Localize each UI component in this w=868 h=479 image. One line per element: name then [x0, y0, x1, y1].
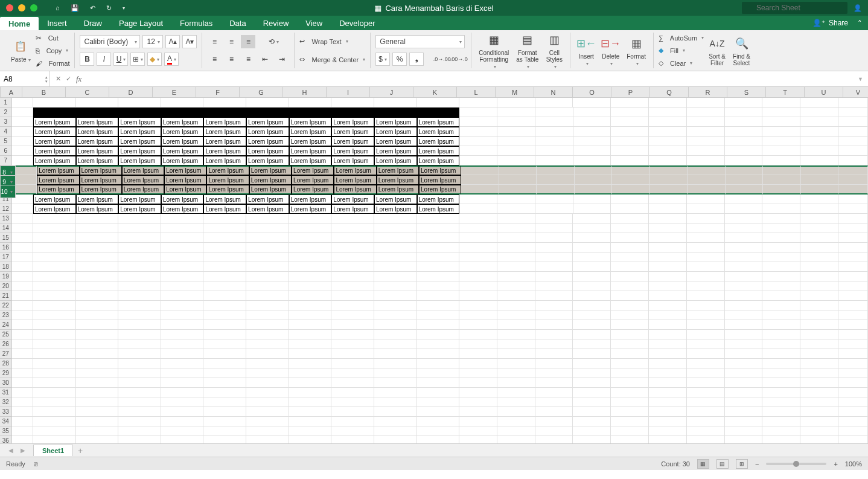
cell[interactable]: Lorem Ipsum	[289, 156, 332, 166]
cell[interactable]	[838, 233, 868, 243]
cell[interactable]: Lorem Ipsum	[292, 166, 334, 175]
cell[interactable]: Lorem Ipsum	[331, 127, 374, 137]
cell[interactable]	[161, 262, 204, 272]
cell[interactable]: Lorem Ipsum	[334, 166, 376, 175]
cell[interactable]: Lorem Ipsum	[164, 175, 206, 185]
cell[interactable]	[725, 349, 763, 359]
cell[interactable]	[762, 233, 800, 243]
cell[interactable]	[118, 339, 161, 349]
cell[interactable]: Lorem Ipsum	[33, 137, 76, 146]
cell[interactable]	[416, 252, 459, 262]
cell[interactable]	[573, 252, 611, 262]
cell[interactable]	[573, 262, 611, 272]
cell[interactable]: Lorem Ipsum	[289, 127, 332, 137]
cell[interactable]	[838, 262, 868, 272]
cell[interactable]	[76, 252, 119, 262]
row-header[interactable]: 28	[0, 359, 12, 368]
cell[interactable]: Lorem Ipsum	[292, 185, 334, 194]
cell[interactable]	[611, 214, 649, 223]
cell[interactable]	[497, 233, 535, 243]
cell[interactable]	[289, 243, 332, 252]
cell[interactable]	[459, 262, 497, 272]
cell[interactable]	[76, 426, 119, 436]
cell[interactable]	[76, 339, 119, 349]
cell[interactable]	[374, 310, 417, 320]
cell[interactable]	[33, 320, 76, 330]
column-header[interactable]: O	[573, 87, 611, 97]
cell[interactable]	[611, 252, 649, 262]
cell[interactable]	[76, 223, 119, 233]
cell[interactable]	[76, 243, 119, 252]
column-header[interactable]: V	[843, 87, 868, 97]
cell[interactable]: Lorem Ipsum	[118, 194, 161, 204]
cell[interactable]	[762, 320, 800, 330]
cell[interactable]	[535, 339, 573, 349]
cell[interactable]	[203, 426, 246, 436]
cut-button[interactable]: Cut	[36, 32, 70, 44]
cell[interactable]	[12, 397, 33, 407]
cell[interactable]	[459, 310, 497, 320]
cell[interactable]	[649, 407, 687, 417]
cell[interactable]	[838, 272, 868, 281]
cell[interactable]	[762, 368, 800, 378]
cell[interactable]	[33, 339, 76, 349]
cell[interactable]	[118, 417, 161, 426]
cell[interactable]	[246, 291, 289, 301]
cell[interactable]	[838, 194, 868, 204]
cell[interactable]: Lorem Ipsum	[206, 185, 249, 194]
cell[interactable]	[459, 156, 497, 166]
maximize-window-button[interactable]	[30, 4, 37, 11]
cell[interactable]: Lorem Ipsum	[161, 127, 204, 137]
cell[interactable]	[800, 426, 838, 436]
cell[interactable]	[687, 214, 725, 223]
cell[interactable]	[33, 417, 76, 426]
cell[interactable]	[573, 233, 611, 243]
cell[interactable]	[374, 214, 417, 223]
cell[interactable]	[497, 417, 535, 426]
cell[interactable]	[573, 320, 611, 330]
column-header[interactable]: E	[153, 87, 196, 97]
cell[interactable]	[76, 98, 119, 108]
cell[interactable]	[611, 417, 649, 426]
cell[interactable]	[497, 349, 535, 359]
cell[interactable]: Lorem Ipsum	[37, 175, 79, 185]
cell[interactable]: Lorem Ipsum	[203, 137, 246, 146]
home-icon[interactable]: ⌂	[56, 4, 60, 11]
cell[interactable]	[12, 156, 33, 166]
cell[interactable]	[611, 291, 649, 301]
column-header[interactable]: J	[370, 87, 413, 97]
cell[interactable]	[246, 407, 289, 417]
cell[interactable]: Lorem Ipsum	[76, 146, 119, 156]
cell[interactable]	[203, 98, 246, 108]
cell[interactable]	[499, 175, 537, 185]
border-button[interactable]: ⊞	[130, 53, 145, 66]
cell[interactable]	[459, 108, 497, 117]
cell[interactable]	[838, 301, 868, 310]
cell[interactable]	[416, 407, 459, 417]
cell[interactable]	[203, 320, 246, 330]
cell[interactable]	[611, 233, 649, 243]
cell[interactable]	[611, 407, 649, 417]
cell[interactable]	[12, 233, 33, 243]
cell[interactable]	[12, 252, 33, 262]
cell[interactable]	[838, 252, 868, 262]
cell[interactable]	[838, 359, 868, 368]
cell[interactable]	[459, 98, 497, 108]
cell[interactable]: Lorem Ipsum	[417, 204, 460, 214]
cell[interactable]	[374, 417, 417, 426]
cell[interactable]	[762, 397, 800, 407]
cell[interactable]: Lorem Ipsum	[417, 127, 460, 137]
cell[interactable]	[725, 272, 763, 281]
cell[interactable]	[838, 310, 868, 320]
cell[interactable]	[535, 223, 573, 233]
cell[interactable]	[203, 272, 246, 281]
cell[interactable]: Lorem Ipsum	[206, 166, 249, 175]
cell[interactable]: Lorem Ipsum	[118, 127, 161, 137]
cell[interactable]	[687, 368, 725, 378]
cell[interactable]	[416, 426, 459, 436]
cell[interactable]	[649, 156, 687, 166]
cell[interactable]: Lorem Ipsum	[331, 156, 374, 166]
cell[interactable]: Lorem Ipsum	[118, 146, 161, 156]
cell[interactable]	[118, 310, 161, 320]
cell[interactable]: Lorem Ipsum	[417, 137, 460, 146]
